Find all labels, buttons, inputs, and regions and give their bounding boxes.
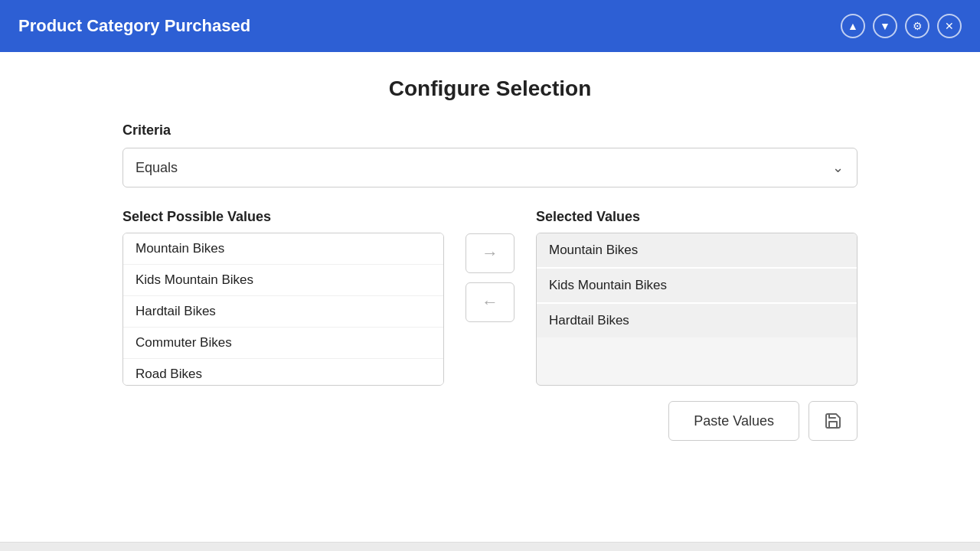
selected-values-label: Selected Values [536, 209, 858, 225]
header: Product Category Purchased ▲ ▼ ⚙ ✕ [0, 0, 980, 52]
list-item[interactable]: Kids Mountain Bikes [123, 265, 443, 296]
close-button[interactable]: ✕ [937, 14, 962, 38]
transfer-arrows: → ← [444, 209, 536, 322]
selected-item[interactable]: Hardtail Bikes [537, 304, 857, 337]
page-title: Configure Selection [122, 77, 858, 101]
footer: Raw Count: 5,688 [0, 542, 980, 551]
selected-item[interactable]: Kids Mountain Bikes [537, 269, 857, 304]
header-title: Product Category Purchased [18, 16, 250, 36]
list-item[interactable]: Commuter Bikes [123, 328, 443, 359]
selected-item[interactable]: Mountain Bikes [537, 233, 857, 269]
chevron-up-button[interactable]: ▲ [841, 14, 865, 38]
add-to-selected-button[interactable]: → [466, 233, 514, 273]
main-content: Configure Selection Criteria Equals Not … [0, 52, 980, 542]
bottom-actions: Paste Values [122, 401, 858, 441]
panels-row: Select Possible Values Mountain Bikes Ki… [122, 209, 858, 386]
selected-values-list[interactable]: Mountain Bikes Kids Mountain Bikes Hardt… [536, 233, 858, 386]
settings-button[interactable]: ⚙ [905, 14, 929, 38]
paste-values-button[interactable]: Paste Values [668, 401, 799, 441]
list-item[interactable]: Mountain Bikes [123, 233, 443, 265]
selected-values-panel: Selected Values Mountain Bikes Kids Moun… [536, 209, 858, 386]
possible-values-label: Select Possible Values [122, 209, 444, 225]
criteria-dropdown-wrapper: Equals Not Equals Contains Not Contains … [122, 148, 858, 187]
save-button[interactable] [808, 401, 858, 441]
list-item[interactable]: Hardtail Bikes [123, 296, 443, 328]
criteria-dropdown[interactable]: Equals Not Equals Contains Not Contains [122, 148, 858, 187]
possible-values-panel: Select Possible Values Mountain Bikes Ki… [122, 209, 444, 386]
list-item[interactable]: Road Bikes [123, 359, 443, 386]
save-icon [824, 412, 842, 430]
chevron-down-button[interactable]: ▼ [873, 14, 897, 38]
possible-values-list[interactable]: Mountain Bikes Kids Mountain Bikes Hardt… [122, 233, 444, 386]
remove-from-selected-button[interactable]: ← [466, 282, 514, 322]
criteria-label: Criteria [122, 122, 858, 139]
header-icons: ▲ ▼ ⚙ ✕ [841, 14, 962, 38]
